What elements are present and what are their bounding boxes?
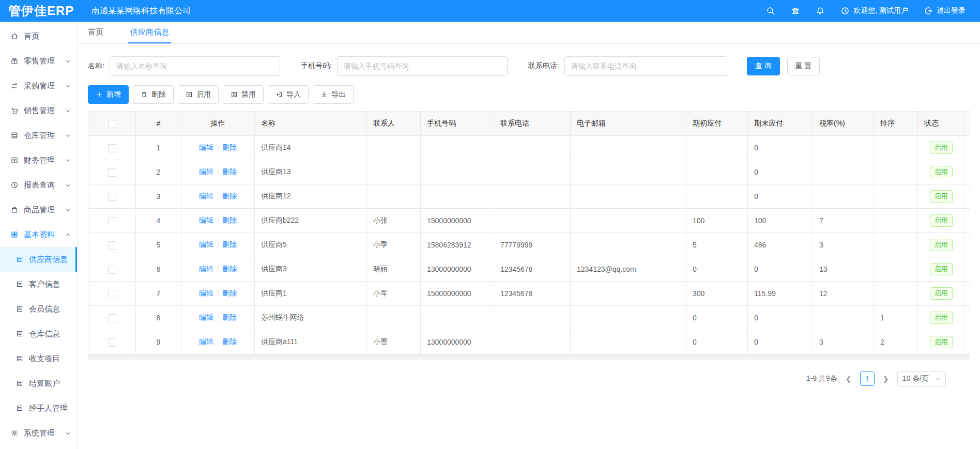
delete-link[interactable]: 删除 bbox=[222, 265, 237, 273]
col-phone: 手机号码 bbox=[421, 112, 494, 136]
tab-supplier-info[interactable]: 供应商信息 bbox=[128, 22, 171, 43]
export-button[interactable]: 导出 bbox=[313, 85, 354, 104]
reset-button[interactable]: 重 置 bbox=[787, 57, 820, 75]
cell-name: 供应商5 bbox=[255, 233, 367, 257]
sidebar-item-settlement-account[interactable]: 结算账户 bbox=[0, 371, 77, 396]
row-checkbox[interactable] bbox=[108, 217, 116, 225]
sidebar-item-finance[interactable]: 财务管理 bbox=[0, 148, 77, 173]
search-button[interactable]: 查 询 bbox=[747, 57, 780, 75]
bell-icon[interactable] bbox=[816, 6, 825, 16]
sidebar-item-basic-data[interactable]: 基本资料 bbox=[0, 222, 77, 247]
next-page-button[interactable]: ❯ bbox=[880, 371, 892, 386]
horizontal-scrollbar[interactable] bbox=[88, 354, 970, 360]
cell-contact bbox=[367, 160, 421, 184]
page-size-select[interactable]: 10 条/页 bbox=[897, 371, 946, 386]
sidebar-item-supplier-info[interactable]: 供应商信息 bbox=[0, 247, 77, 272]
logout-button[interactable]: 退出登录 bbox=[924, 6, 966, 16]
delete-link[interactable]: 删除 bbox=[222, 216, 237, 224]
row-checkbox[interactable] bbox=[108, 314, 116, 322]
cell-phone bbox=[421, 160, 494, 184]
status-badge: 启用 bbox=[930, 336, 953, 348]
divider: | bbox=[217, 216, 219, 224]
add-button-label: 新增 bbox=[106, 90, 121, 99]
sidebar-item-customer-info[interactable]: 客户信息 bbox=[0, 272, 77, 297]
tab-home[interactable]: 首页 bbox=[86, 22, 105, 43]
select-all-checkbox[interactable] bbox=[108, 120, 116, 128]
sidebar-item-home[interactable]: 首页 bbox=[0, 24, 77, 49]
edit-link[interactable]: 编辑 bbox=[199, 289, 213, 297]
edit-link[interactable]: 编辑 bbox=[199, 313, 213, 321]
telephone-input[interactable] bbox=[564, 56, 727, 76]
cell-name: 供应商3 bbox=[255, 257, 367, 282]
delete-link[interactable]: 删除 bbox=[222, 192, 237, 200]
phone-label: 手机号码: bbox=[301, 61, 332, 71]
phone-input[interactable] bbox=[337, 56, 508, 76]
cell-index: 6 bbox=[136, 257, 181, 282]
sidebar-item-label: 财务管理 bbox=[24, 156, 55, 165]
filter-bar: 名称: 手机号码: 联系电话: 查 询 重 置 bbox=[88, 56, 970, 76]
row-checkbox[interactable] bbox=[108, 193, 116, 201]
sidebar-item-system[interactable]: 系统管理 bbox=[0, 421, 77, 445]
delete-button-label: 删除 bbox=[151, 90, 166, 99]
delete-link[interactable]: 删除 bbox=[222, 167, 237, 176]
row-checkbox[interactable] bbox=[108, 241, 116, 250]
bank-icon[interactable] bbox=[791, 6, 800, 16]
page-number-button[interactable]: 1 bbox=[860, 371, 875, 386]
sidebar-item-handler-mgmt[interactable]: 经手人管理 bbox=[0, 396, 77, 421]
sidebar-item-warehouse[interactable]: 仓库管理 bbox=[0, 123, 77, 148]
delete-link[interactable]: 删除 bbox=[222, 143, 237, 151]
edit-link[interactable]: 编辑 bbox=[199, 337, 213, 346]
cell-phone bbox=[421, 306, 494, 330]
add-button[interactable]: 新增 bbox=[88, 85, 129, 104]
name-input[interactable] bbox=[110, 56, 280, 76]
sidebar-item-goods[interactable]: 商品管理 bbox=[0, 197, 77, 222]
x-square-icon bbox=[231, 91, 238, 98]
edit-link[interactable]: 编辑 bbox=[199, 167, 213, 176]
welcome-user[interactable]: 欢迎您, 测试用户 bbox=[840, 6, 908, 16]
row-checkbox[interactable] bbox=[108, 338, 116, 347]
search-icon[interactable] bbox=[766, 6, 775, 16]
page-size-label: 10 条/页 bbox=[902, 374, 929, 383]
sidebar-item-sales[interactable]: 销售管理 bbox=[0, 98, 77, 123]
status-badge: 启用 bbox=[930, 312, 953, 324]
edit-link[interactable]: 编辑 bbox=[199, 143, 213, 151]
cell-actions: 编辑|删除 bbox=[181, 160, 255, 184]
divider: | bbox=[217, 313, 219, 321]
delete-button[interactable]: 删除 bbox=[133, 85, 174, 104]
cell-phone: 13000000000 bbox=[421, 257, 494, 282]
pagination-total: 1-9 共9条 bbox=[806, 374, 837, 383]
sidebar-item-retail[interactable]: 零售管理 bbox=[0, 49, 77, 73]
prev-page-button[interactable]: ❮ bbox=[843, 371, 855, 386]
edit-link[interactable]: 编辑 bbox=[199, 192, 213, 200]
sidebar-item-label: 商品管理 bbox=[24, 205, 55, 215]
delete-link[interactable]: 删除 bbox=[222, 240, 237, 249]
row-checkbox[interactable] bbox=[108, 266, 116, 274]
delete-link[interactable]: 删除 bbox=[222, 289, 237, 297]
row-checkbox[interactable] bbox=[108, 144, 116, 152]
edit-link[interactable]: 编辑 bbox=[199, 265, 213, 273]
sidebar-item-member-info[interactable]: 会员信息 bbox=[0, 297, 77, 321]
cell-begin-payable: 0 bbox=[686, 306, 748, 330]
sidebar-item-label: 会员信息 bbox=[29, 304, 60, 314]
cell-name: 供应商a111 bbox=[255, 330, 367, 354]
status-badge: 启用 bbox=[930, 287, 953, 300]
sidebar-item-warehouse-info[interactable]: 仓库信息 bbox=[0, 321, 77, 346]
purchase-icon bbox=[10, 82, 19, 90]
delete-link[interactable]: 删除 bbox=[222, 313, 237, 321]
sidebar-item-label: 采购管理 bbox=[24, 81, 55, 91]
enable-button[interactable]: 启用 bbox=[178, 85, 219, 104]
app-logo: 管伊佳ERP bbox=[0, 3, 84, 19]
cell-actions: 编辑|删除 bbox=[181, 330, 255, 354]
sidebar-item-purchase[interactable]: 采购管理 bbox=[0, 73, 77, 98]
edit-link[interactable]: 编辑 bbox=[199, 240, 213, 249]
scrollbar-gutter bbox=[964, 233, 970, 257]
row-checkbox[interactable] bbox=[108, 168, 116, 177]
sidebar-item-report[interactable]: 报表查询 bbox=[0, 173, 77, 197]
row-checkbox[interactable] bbox=[108, 290, 116, 298]
edit-link[interactable]: 编辑 bbox=[199, 216, 213, 224]
delete-link[interactable]: 删除 bbox=[222, 337, 237, 346]
sidebar-item-income-expense[interactable]: 收支项目 bbox=[0, 346, 77, 371]
disable-button[interactable]: 禁用 bbox=[223, 85, 264, 104]
cell-sort bbox=[874, 184, 918, 209]
import-button[interactable]: 导入 bbox=[268, 85, 309, 104]
